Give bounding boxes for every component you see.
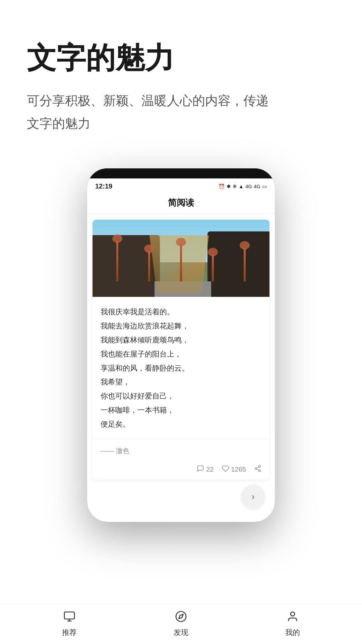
nav-label-mine: 我的 (285, 628, 300, 638)
tree-5 (244, 248, 246, 281)
svg-point-2 (259, 470, 261, 472)
battery-icon: ▭ (262, 183, 267, 190)
tree-2 (148, 251, 150, 281)
article-actions: 22 1265 (93, 461, 269, 480)
phone-mockup: 12:19 ⏰ ✱ ❄ ▲ 4G 4G ▭ 简阅读 (87, 168, 275, 522)
like-count: 1265 (231, 466, 246, 473)
article-line-5: 享温和的风，看静卧的云。 (101, 361, 261, 375)
comment-action[interactable]: 22 (197, 465, 214, 474)
page-bottom (0, 542, 362, 589)
wifi-icon: ▲ (239, 183, 244, 189)
signal-4g-icon: 4G (245, 183, 252, 189)
app-header: 简阅读 (87, 193, 275, 214)
nav-item-recommend[interactable]: 推荐 (13, 610, 125, 638)
nav-item-mine[interactable]: 我的 (237, 610, 349, 638)
svg-marker-9 (179, 614, 183, 619)
nfc-icon: ❄ (233, 183, 237, 190)
svg-point-1 (255, 468, 257, 470)
article-line-4: 我也能在屋子的阳台上， (101, 347, 261, 361)
tree-4 (212, 255, 214, 281)
article-line-6: 我希望， (101, 375, 261, 389)
like-action[interactable]: 1265 (222, 465, 246, 474)
article-line-7: 你也可以好好爱自己， (101, 389, 261, 403)
tree-1 (116, 241, 118, 281)
user-icon (287, 610, 299, 626)
svg-point-10 (291, 612, 295, 616)
svg-point-8 (176, 611, 186, 622)
article-author: —— 澈色 (93, 439, 269, 461)
monitor-icon (63, 610, 75, 626)
signal-4g-2-icon: 4G (254, 183, 260, 189)
phone-top-bar (87, 168, 275, 178)
svg-line-4 (257, 467, 259, 468)
svg-point-0 (259, 465, 261, 467)
svg-rect-5 (64, 612, 74, 619)
bluetooth-icon: ✱ (227, 183, 231, 190)
app-title: 简阅读 (168, 198, 194, 208)
page-subtitle: 可分享积极、新颖、温暖人心的内容，传递文字的魅力 (27, 89, 278, 135)
alarm-icon: ⏰ (219, 183, 225, 190)
status-bar: 12:19 ⏰ ✱ ❄ ▲ 4G 4G ▭ (87, 178, 275, 193)
phone-screen: 12:19 ⏰ ✱ ❄ ▲ 4G 4G ▭ 简阅读 (87, 178, 275, 522)
next-button-wrapper: › (87, 485, 275, 522)
status-icons: ⏰ ✱ ❄ ▲ 4G 4G ▭ (219, 183, 267, 190)
nav-label-discover: 发现 (174, 628, 188, 638)
scene-trees (101, 243, 260, 281)
share-icon (254, 465, 261, 474)
article-line-8: 一杯咖啡，一本书籍， (101, 403, 261, 417)
phone-outer: 12:19 ⏰ ✱ ❄ ▲ 4G 4G ▭ 简阅读 (87, 168, 275, 522)
share-action[interactable] (254, 465, 261, 474)
comment-count: 22 (206, 466, 214, 473)
article-text: 我很庆幸我是活着的。 我能去海边欣赏浪花起舞， 我能到森林倾听鹿颂鸟鸣， 我也能… (93, 297, 269, 436)
nav-label-recommend: 推荐 (62, 628, 77, 638)
nav-item-discover[interactable]: 发现 (125, 610, 237, 638)
article-line-9: 便足矣。 (101, 417, 261, 431)
phone-notch (151, 168, 211, 178)
tree-3 (180, 245, 182, 281)
page-title: 文字的魅力 (27, 40, 335, 76)
bottom-nav: 推荐 发现 我的 (0, 604, 362, 644)
svg-line-3 (257, 469, 259, 470)
comment-icon (197, 465, 204, 474)
article-line-2: 我能去海边欣赏浪花起舞， (101, 319, 261, 333)
page-header: 文字的魅力 可分享积极、新颖、温暖人心的内容，传递文字的魅力 (0, 0, 362, 155)
article-image (93, 220, 269, 297)
heart-icon (222, 465, 229, 474)
status-time: 12:19 (95, 182, 112, 190)
next-button[interactable]: › (241, 485, 265, 508)
content-card[interactable]: 我很庆幸我是活着的。 我能去海边欣赏浪花起舞， 我能到森林倾听鹿颂鸟鸣， 我也能… (93, 220, 269, 479)
article-line-1: 我很庆幸我是活着的。 (101, 305, 261, 319)
article-line-3: 我能到森林倾听鹿颂鸟鸣， (101, 333, 261, 347)
phone-section: 12:19 ⏰ ✱ ❄ ▲ 4G 4G ▭ 简阅读 (0, 155, 362, 542)
compass-icon (175, 610, 187, 626)
